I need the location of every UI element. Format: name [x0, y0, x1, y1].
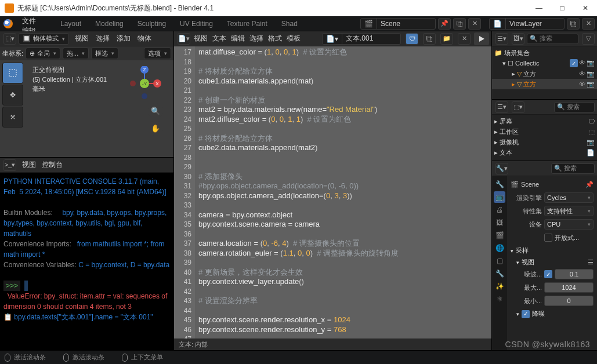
preset-list-icon[interactable]: ☰ [588, 259, 594, 266]
ptab-particle-icon[interactable]: ✨ [494, 281, 505, 292]
cursor-tool[interactable]: ✥ [2, 85, 23, 105]
options-dropdown[interactable]: 选项 [144, 48, 171, 59]
move-tool[interactable]: ⤧ [2, 107, 23, 128]
device-dropdown[interactable]: CPU [544, 219, 594, 230]
copy-viewlayer-icon[interactable]: ⿻ [567, 18, 580, 30]
data-row-文本[interactable]: ▸文本📄 [492, 147, 597, 158]
texted-menu-文本[interactable]: 文本 [212, 34, 226, 43]
data-row-工作区[interactable]: ▸工作区⬚ [492, 126, 597, 137]
workspace-tab-uv editing[interactable]: UV Editing [173, 16, 220, 31]
mode-dropdown[interactable]: 🔲物体模式 [19, 33, 69, 45]
text-datablock-selector[interactable]: 📄▾ 文本.001 [322, 33, 401, 45]
delete-scene-icon[interactable]: ✕ [468, 18, 481, 30]
view3d-viewport[interactable]: ✥ ⤧ 正交前视图 (5) Collection | 立方体.001 毫米 -Y… [0, 60, 173, 157]
copy-scene-icon[interactable]: ⿻ [453, 18, 466, 30]
view3d-menu-物体[interactable]: 物体 [134, 34, 155, 43]
pan-nav-icon[interactable]: ✋ [148, 121, 163, 136]
noise-checkbox[interactable]: ✓ [544, 270, 552, 278]
scene-name-field[interactable]: Scene [377, 19, 435, 29]
texted-menu-编辑[interactable]: 编辑 [231, 34, 245, 43]
delete-viewlayer-icon[interactable]: ✕ [582, 18, 595, 30]
outliner-editor-type-icon[interactable]: ☰▾ [495, 33, 508, 45]
shield-icon[interactable]: 🛡 [406, 33, 418, 45]
console-output[interactable]: PYTHON INTERACTIVE CONSOLE 3.11.7 (main,… [0, 173, 173, 350]
pin-scene-icon[interactable]: 📌 [438, 18, 451, 30]
tree-collection[interactable]: ▾☐Collectic✓👁📷 [492, 58, 597, 68]
menu-文件[interactable]: 文件 [16, 16, 42, 26]
new-text-icon[interactable]: ⿻ [423, 33, 436, 45]
text-editor-area: 📄▾ 视图文本编辑选择格式模板 📄▾ 文本.001 🛡 ⿻ 📁 ✕ 171819… [174, 31, 492, 350]
drag-dropdown[interactable]: 拖... [63, 48, 89, 59]
blender-logo-icon[interactable] [0, 16, 16, 31]
viewlayer-selector[interactable]: 📄 ViewLayer [489, 18, 565, 30]
outliner-search-input[interactable]: 🔍 搜索 [527, 34, 578, 44]
select-mode-dropdown[interactable]: 框选 [91, 48, 118, 59]
run-script-button[interactable] [474, 32, 489, 45]
osl-checkbox[interactable] [544, 234, 552, 242]
window-maximize-button[interactable]: □ [551, 0, 574, 16]
min-samples-field[interactable]: 0 [544, 296, 594, 306]
props-outliner-mode-icon[interactable]: ⬚▾ [512, 101, 524, 113]
ptab-scene-icon[interactable]: 🎬 [494, 230, 505, 241]
texted-menu-模板[interactable]: 模板 [287, 34, 301, 43]
view-panel-header[interactable]: 视图☰ [516, 258, 594, 267]
texted-menu-视图[interactable]: 视图 [194, 34, 208, 43]
select-tool[interactable] [2, 63, 23, 83]
zoom-nav-icon[interactable]: 🔍 [148, 103, 163, 118]
scene-selector[interactable]: 🎬 Scene [360, 18, 436, 30]
denoise-panel-header[interactable]: ✓降噪 [516, 310, 594, 318]
ptab-object-icon[interactable]: ▢ [494, 255, 505, 267]
ptab-physics-icon[interactable]: ⚛ [494, 293, 505, 305]
texted-menu-格式[interactable]: 格式 [268, 34, 282, 43]
data-row-摄像机[interactable]: ▸摄像机📷 [492, 137, 597, 147]
ptab-modifier-icon[interactable]: 🔧 [494, 268, 505, 279]
outliner-area: ☰▾ 🖼▾ 🔍 搜索 ▽ 📁场景集合 ▾☐Collectic✓👁📷 ▸▽立方👁📷… [492, 31, 597, 100]
properties-editor-type-icon[interactable]: 🔧▾ [495, 163, 508, 174]
feature-set-dropdown[interactable]: 支持特性 [544, 206, 594, 216]
max-samples-field[interactable]: 1024 [544, 282, 594, 293]
editor-type-icon[interactable]: ⬚▾ [3, 33, 16, 45]
ptab-world-icon[interactable]: 🌐 [494, 242, 505, 254]
console-menu-视图[interactable]: 视图 [22, 160, 36, 170]
scene-pin-icon[interactable]: 🎬 [511, 181, 519, 188]
properties-search-input[interactable]: 🔍 搜索 [551, 163, 595, 174]
svg-text:Z: Z [143, 67, 146, 72]
unlink-text-icon[interactable]: ✕ [458, 33, 471, 45]
workspace-tab-texture paint[interactable]: Texture Paint [220, 16, 274, 31]
view3d-menu-添加[interactable]: 添加 [113, 34, 134, 43]
open-text-icon[interactable]: 📁 [440, 33, 453, 45]
tree-cube2[interactable]: ▸▽立方👁📷 [492, 79, 597, 89]
workspace-tab-layout[interactable]: Layout [53, 16, 88, 31]
pin-icon[interactable]: 📌 [585, 181, 594, 188]
code-content[interactable]: mat.diffuse_color = (1, 0, 0, 1) # 设置为红色… [195, 46, 491, 338]
sampling-panel-header[interactable]: 采样 [511, 246, 594, 255]
ptab-render-icon[interactable]: 📺 [494, 191, 505, 203]
data-row-屏幕[interactable]: ▸屏幕🖵 [492, 116, 597, 126]
max-samples-label: 最大... [511, 283, 542, 292]
console-editor-type-icon[interactable]: >_▾ [3, 159, 16, 171]
props-outliner-type-icon[interactable]: ☰▾ [495, 101, 508, 113]
texted-editor-type-icon[interactable]: 📄▾ [178, 33, 190, 45]
ptab-viewlayer-icon[interactable]: 🖼 [494, 217, 505, 228]
ptab-output-icon[interactable]: 🖨 [494, 204, 505, 216]
ptab-tool-icon[interactable]: 🔧 [494, 179, 505, 190]
workspace-tab-sculpting[interactable]: Sculpting [131, 16, 173, 31]
outliner-display-mode-icon[interactable]: 🖼▾ [512, 33, 524, 45]
workspace-tab-shad[interactable]: Shad [274, 16, 305, 31]
view3d-menu-视图[interactable]: 视图 [71, 34, 92, 43]
noise-threshold-field[interactable]: 0.1 [555, 269, 594, 279]
texted-menu-选择[interactable]: 选择 [249, 34, 263, 43]
viewlayer-name-field[interactable]: ViewLayer [506, 19, 564, 29]
view3d-menu-选择[interactable]: 选择 [92, 34, 113, 43]
outliner-filter-icon[interactable]: ▽ [582, 33, 595, 45]
render-engine-dropdown[interactable]: Cycles [544, 192, 594, 203]
axis-gizmo[interactable]: -Y X Z [127, 66, 162, 101]
window-minimize-button[interactable]: — [527, 0, 551, 16]
transform-orientation-dropdown[interactable]: ⊕全局 [26, 48, 60, 59]
tree-cube1[interactable]: ▸▽立方👁📷 [492, 68, 597, 79]
tree-scene-collection[interactable]: 📁场景集合 [492, 48, 597, 58]
console-menu-控制台[interactable]: 控制台 [42, 160, 63, 170]
window-close-button[interactable]: ✕ [574, 0, 597, 16]
props-outliner-search-input[interactable]: 🔍 搜索 [554, 102, 595, 112]
workspace-tab-modeling[interactable]: Modeling [88, 16, 131, 31]
